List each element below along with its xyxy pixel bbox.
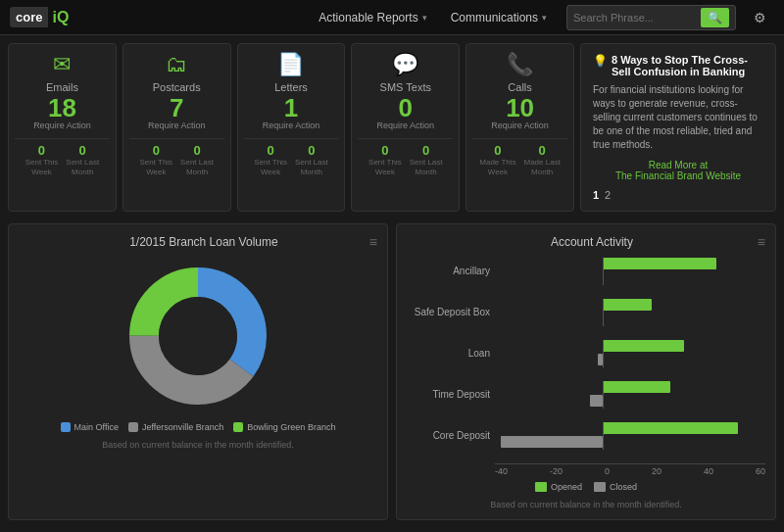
donut-container: Main Office Jeffersonville Branch Bowlin… [19, 258, 377, 509]
bar-chart-title: Account Activity [426, 235, 758, 249]
search-button[interactable]: 🔍 [701, 8, 729, 27]
legend-blue-dot [61, 422, 71, 432]
page-2[interactable]: 2 [605, 189, 611, 201]
bar-label: Time Deposit [407, 389, 490, 400]
emails-stat1: 0 Sent ThisWeek [25, 143, 59, 176]
opened-bar [603, 381, 670, 393]
donut-menu-icon[interactable]: ≡ [369, 234, 377, 250]
sms-icon: 💬 [392, 52, 418, 77]
email-icon: ✉ [53, 52, 71, 77]
communications-nav[interactable]: Communications ▾ [441, 5, 557, 30]
legend-main-office: Main Office [61, 422, 119, 432]
logo: core iQ [10, 7, 73, 27]
bar-legend-opened: Opened [535, 482, 582, 492]
bar-chart-legend: Opened Closed [407, 482, 765, 492]
opened-bar [603, 340, 684, 352]
closed-color-box [594, 482, 606, 492]
letters-stat1: 0 Sent ThisWeek [254, 143, 287, 176]
bar-label: Safe Deposit Box [407, 307, 490, 317]
letters-number: 1 [284, 95, 298, 121]
search-bar: 🔍 [566, 5, 736, 30]
postcards-icon: 🗂 [166, 52, 187, 77]
page-1[interactable]: 1 [593, 189, 599, 201]
calls-stats: 0 Made ThisWeek 0 Made LastMonth [472, 138, 567, 176]
calls-stat1: 0 Made ThisWeek [479, 143, 515, 176]
letters-stat2: 0 Sent LastMonth [295, 143, 328, 176]
legend-gray-dot [128, 422, 138, 432]
letters-icon: 📄 [277, 52, 304, 77]
bar-row: Loan [495, 340, 765, 367]
postcards-require: Require Action [148, 121, 206, 130]
header-nav: Actionable Reports ▾ Communications ▾ 🔍 … [92, 5, 774, 30]
bar-chart-header: Account Activity ≡ [407, 234, 765, 250]
read-more-link[interactable]: Read More at The Financial Brand Website [593, 160, 763, 181]
header: core iQ Actionable Reports ▾ Communicati… [0, 0, 784, 35]
calls-require: Require Action [491, 121, 549, 130]
letters-require: Require Action [263, 121, 320, 130]
logo-iq: iQ [48, 9, 73, 26]
closed-bar [501, 436, 604, 448]
opened-bar [603, 299, 652, 311]
bar-chart-panel: Account Activity ≡ AncillarySafe Deposit… [396, 223, 776, 520]
legend-green-dot [233, 422, 243, 432]
promo-text: For financial institutions looking for w… [593, 83, 763, 152]
actionable-reports-nav[interactable]: Actionable Reports ▾ [309, 5, 436, 30]
cards-row: ✉ Emails 18 Require Action 0 Sent ThisWe… [0, 35, 784, 212]
sms-number: 0 [399, 95, 413, 121]
emails-card: ✉ Emails 18 Require Action 0 Sent ThisWe… [8, 43, 117, 212]
emails-title: Emails [46, 81, 78, 93]
bar-rows-area: AncillarySafe Deposit BoxLoanTime Deposi… [495, 258, 765, 464]
promo-title: 💡 8 Ways to Stop The Cross-Sell Confusio… [593, 54, 763, 77]
postcards-title: Postcards [153, 81, 201, 93]
sms-require: Require Action [377, 121, 435, 130]
postcards-card: 🗂 Postcards 7 Require Action 0 Sent This… [122, 43, 231, 212]
legend-bowling-green: Bowling Green Branch [233, 422, 335, 432]
sms-stat1: 0 Sent ThisWeek [368, 143, 402, 176]
calls-card: 📞 Calls 10 Require Action 0 Made ThisWee… [466, 43, 574, 212]
promo-card: 💡 8 Ways to Stop The Cross-Sell Confusio… [580, 43, 776, 212]
bar-row: Ancillary [495, 258, 765, 285]
closed-bar [590, 395, 604, 407]
postcards-stat1: 0 Sent ThisWeek [139, 143, 172, 176]
emails-stat2: 0 Sent LastMonth [66, 143, 99, 176]
promo-pagination: 1 2 [593, 189, 763, 201]
postcards-stats: 0 Sent ThisWeek 0 Sent LastMonth [129, 138, 224, 176]
bar-menu-icon[interactable]: ≡ [758, 234, 765, 250]
calls-number: 10 [506, 95, 534, 121]
donut-chart-title: 1/2015 Branch Loan Volume [38, 235, 369, 249]
search-input[interactable] [573, 12, 701, 24]
axis-line [495, 463, 765, 464]
donut-chart-panel: 1/2015 Branch Loan Volume ≡ Main Office [8, 223, 388, 520]
svg-point-3 [159, 297, 237, 375]
calls-stat2: 0 Made LastMonth [524, 143, 561, 176]
zero-line [603, 258, 604, 285]
letters-stats: 0 Sent ThisWeek 0 Sent LastMonth [244, 138, 339, 176]
zero-line [603, 422, 604, 450]
sms-card: 💬 SMS Texts 0 Require Action 0 Sent This… [351, 43, 460, 212]
zero-line [603, 340, 604, 367]
donut-svg [120, 258, 276, 414]
calls-icon: 📞 [507, 52, 533, 77]
logo-core: core [10, 7, 48, 27]
bar-label: Ancillary [407, 266, 490, 276]
letters-card: 📄 Letters 1 Require Action 0 Sent ThisWe… [237, 43, 346, 212]
sms-stats: 0 Sent ThisWeek 0 Sent LastMonth [358, 138, 453, 176]
donut-footnote: Based on current balance in the month id… [102, 440, 294, 450]
zero-line [603, 381, 604, 409]
donut-legend: Main Office Jeffersonville Branch Bowlin… [61, 422, 336, 432]
bar-footnote: Based on current balance in the month id… [407, 500, 765, 509]
bar-label: Core Deposit [407, 430, 490, 441]
emails-number: 18 [48, 95, 76, 121]
opened-bar [603, 258, 716, 269]
postcards-number: 7 [170, 95, 183, 121]
bar-legend-closed: Closed [594, 482, 637, 492]
bar-label: Loan [407, 348, 490, 359]
bulb-icon: 💡 [593, 54, 608, 68]
bar-row: Time Deposit [495, 381, 765, 409]
bar-row: Safe Deposit Box [495, 299, 765, 326]
settings-button[interactable]: ⚙ [746, 6, 774, 29]
axis-labels: -40 -20 0 20 40 60 [495, 466, 765, 476]
donut-chart-header: 1/2015 Branch Loan Volume ≡ [19, 234, 377, 250]
emails-stats: 0 Sent ThisWeek 0 Sent LastMonth [15, 138, 110, 176]
bar-row: Core Deposit [495, 422, 765, 450]
